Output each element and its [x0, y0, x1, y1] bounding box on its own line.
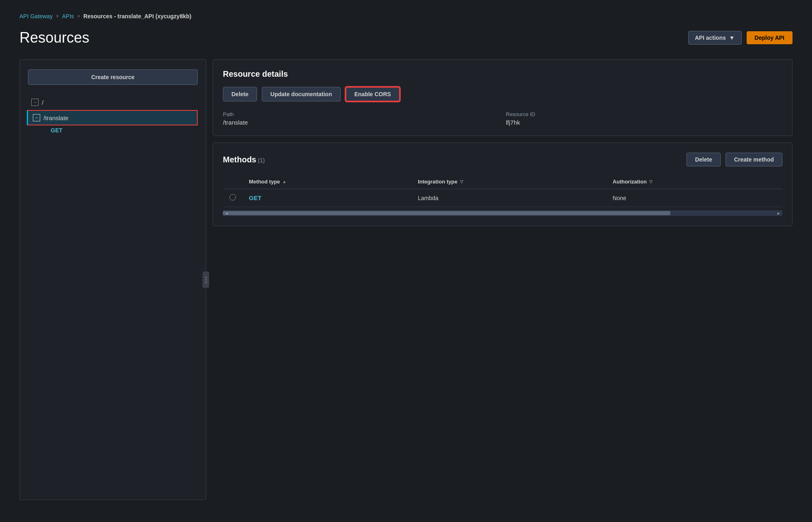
deploy-api-button[interactable]: Deploy API [747, 31, 793, 44]
delete-resource-button[interactable]: Delete [223, 87, 257, 101]
methods-title-area: Methods (1) [223, 155, 265, 164]
authorization-sort-icon: ▽ [649, 179, 652, 184]
breadcrumb-current: Resources - translate_API (xycugzy8kb) [83, 13, 191, 19]
th-method-type[interactable]: Method type ▲ [242, 175, 411, 189]
integration-type-sort-icon: ▽ [460, 179, 463, 184]
left-panel: Create resource − / − /translate GET [19, 59, 206, 500]
methods-scrollbar[interactable]: ◄ ► [223, 210, 782, 216]
resize-dot-1 [205, 277, 207, 278]
create-method-button[interactable]: Create method [726, 153, 782, 166]
scroll-left-icon[interactable]: ◄ [225, 211, 229, 216]
enable-cors-button[interactable]: Enable CORS [346, 87, 400, 101]
methods-header: Methods (1) Delete Create method [223, 153, 782, 166]
resource-tree: − / − /translate GET [28, 95, 198, 135]
resource-id-label: Resource ID [506, 111, 782, 117]
scrollbar-arrows: ◄ ► [223, 210, 782, 216]
breadcrumb-sep-1: > [56, 13, 59, 19]
methods-count: (1) [258, 157, 265, 164]
resource-details-actions: Delete Update documentation Enable CORS [223, 87, 782, 101]
methods-title: Methods [223, 155, 256, 164]
th-integration-type-label: Integration type [418, 179, 458, 185]
row-integration-type: Lambda [411, 189, 606, 207]
resize-dot-2 [205, 279, 207, 280]
breadcrumb-sep-2: > [77, 13, 80, 19]
radio-circle[interactable] [229, 194, 236, 201]
tree-root-label: / [42, 99, 43, 106]
page-title: Resources [19, 29, 89, 46]
tree-translate-icon: − [33, 114, 40, 121]
method-type-sort-icon: ▲ [283, 179, 287, 184]
row-authorization: None [606, 189, 782, 207]
api-actions-chevron: ▼ [729, 35, 735, 41]
resize-dot-3 [205, 282, 207, 283]
scroll-right-icon[interactable]: ► [777, 211, 781, 216]
th-authorization-label: Authorization [613, 179, 647, 185]
methods-card: Methods (1) Delete Create method [213, 142, 793, 226]
header-actions: API actions ▼ Deploy API [688, 31, 793, 45]
tree-get-method[interactable]: GET [51, 127, 198, 134]
breadcrumb-apis[interactable]: APIs [62, 13, 74, 19]
api-actions-label: API actions [695, 35, 726, 41]
resource-path-value: /translate [223, 119, 499, 126]
methods-table: Method type ▲ Integration type ▽ [223, 175, 782, 207]
tree-translate-label: /translate [43, 114, 69, 121]
tree-root-item[interactable]: − / [28, 96, 198, 108]
resource-id-value: lfj7hk [506, 119, 782, 126]
th-integration-type[interactable]: Integration type ▽ [411, 175, 606, 189]
main-layout: Create resource − / − /translate GET [19, 59, 793, 500]
th-method-type-label: Method type [249, 179, 280, 185]
resource-path-item: Path /translate [223, 111, 499, 126]
resource-info: Path /translate Resource ID lfj7hk [223, 111, 782, 126]
api-actions-button[interactable]: API actions ▼ [688, 31, 742, 45]
update-documentation-button[interactable]: Update documentation [262, 87, 341, 101]
tree-root-icon: − [31, 99, 39, 106]
row-radio[interactable] [223, 189, 242, 207]
create-resource-button[interactable]: Create resource [28, 69, 198, 85]
delete-method-button[interactable]: Delete [687, 153, 721, 166]
methods-table-header-row: Method type ▲ Integration type ▽ [223, 175, 782, 189]
resize-dots [205, 277, 207, 283]
table-row[interactable]: GETLambdaNone [223, 189, 782, 207]
row-method-type: GET [242, 189, 411, 207]
tree-translate-item[interactable]: − /translate [27, 110, 198, 125]
methods-actions: Delete Create method [687, 153, 782, 166]
page-header: Resources API actions ▼ Deploy API [19, 29, 793, 46]
resource-path-label: Path [223, 111, 499, 117]
resource-details-title: Resource details [223, 69, 782, 79]
resource-details-card: Resource details Delete Update documenta… [213, 59, 793, 136]
right-panel: Resource details Delete Update documenta… [213, 59, 793, 500]
resource-id-item: Resource ID lfj7hk [506, 111, 782, 126]
method-get-link[interactable]: GET [249, 194, 261, 201]
th-select [223, 175, 242, 189]
breadcrumb-api-gateway[interactable]: API Gateway [19, 13, 53, 19]
breadcrumb: API Gateway > APIs > Resources - transla… [19, 13, 793, 19]
resize-handle[interactable] [203, 272, 209, 288]
th-authorization[interactable]: Authorization ▽ [606, 175, 782, 189]
